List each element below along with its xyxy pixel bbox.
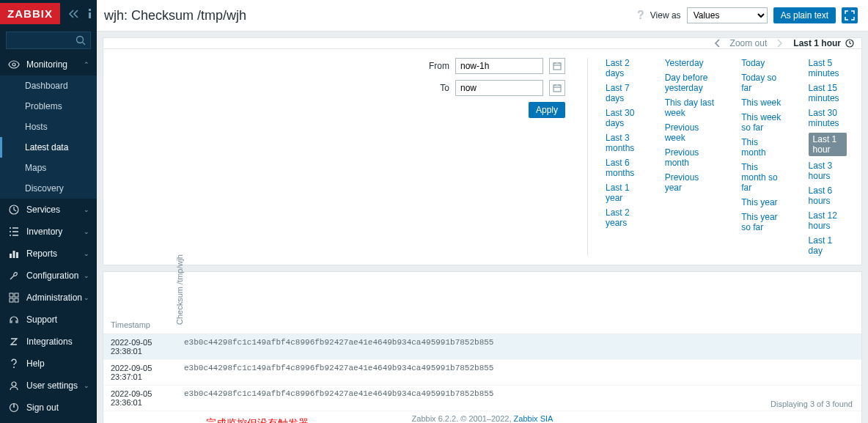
nav-help[interactable]: Help	[0, 353, 97, 375]
sidebar-item-hosts[interactable]: Hosts	[0, 117, 97, 137]
user-icon	[7, 380, 21, 391]
data-panel: Timestamp Checksum /tmp/wjh 2022-09-05 2…	[103, 271, 862, 423]
nav-monitoring[interactable]: Monitoring ⌃	[0, 54, 97, 76]
eye-icon	[7, 60, 21, 69]
plain-text-button[interactable]: As plain text	[773, 7, 836, 23]
time-preset-link[interactable]: This week	[741, 98, 783, 108]
svg-rect-18	[553, 63, 561, 70]
cell-timestamp: 2022-09-05 23:36:01	[111, 389, 184, 407]
time-preset-link[interactable]: Last 6 months	[606, 158, 640, 178]
time-preset-link[interactable]: This day last week	[665, 98, 717, 118]
time-preset-link[interactable]: Last 7 days	[606, 83, 640, 103]
help-icon[interactable]: ?	[637, 9, 644, 22]
time-preset-link[interactable]: Previous month	[665, 147, 717, 168]
time-preset-link[interactable]: Last 1 day	[809, 235, 847, 256]
time-preset-link[interactable]: Day before yesterday	[665, 73, 717, 93]
table-row[interactable]: 2022-09-05 23:37:01e3b0c44298fc1c149afbf…	[103, 360, 861, 386]
chevron-down-icon: ⌄	[84, 228, 89, 235]
nav-integrations[interactable]: Integrations	[0, 331, 97, 353]
time-range-label[interactable]: Last 1 hour	[793, 38, 854, 48]
time-nav-bar: Zoom out Last 1 hour	[103, 37, 862, 49]
sidebar-item-latest-data[interactable]: Latest data	[0, 137, 97, 158]
search-icon	[76, 35, 86, 45]
svg-rect-22	[553, 85, 561, 92]
time-preset-link[interactable]: Last 2 days	[606, 58, 640, 78]
col-header-timestamp: Timestamp	[111, 320, 184, 329]
search-input[interactable]	[6, 32, 91, 49]
svg-rect-10	[15, 293, 18, 297]
nav-user-settings[interactable]: User settings ⌄	[0, 375, 97, 397]
svg-point-13	[13, 367, 15, 368]
nav-configuration[interactable]: Configuration ⌄	[0, 265, 97, 287]
svg-point-14	[12, 382, 16, 386]
sidebar-item-dashboard[interactable]: Dashboard	[0, 76, 97, 96]
time-preset-link[interactable]: Last 3 hours	[809, 161, 847, 181]
nav-bottom: Support Integrations Help User settings …	[0, 309, 97, 423]
time-preset-link[interactable]: This year	[741, 197, 783, 207]
table-row[interactable]: 2022-09-05 23:38:01e3b0c44298fc1c149afbf…	[103, 334, 861, 360]
from-calendar-button[interactable]	[549, 58, 565, 74]
time-preset-link[interactable]: Last 2 years	[606, 207, 640, 228]
svg-rect-7	[13, 251, 15, 258]
zoom-out-button[interactable]: Zoom out	[730, 38, 768, 48]
footer-link[interactable]: Zabbix SIA	[514, 414, 553, 423]
brand-logo[interactable]: ZABBIX	[0, 3, 60, 24]
time-preset-link[interactable]: Last 15 minutes	[809, 83, 847, 103]
time-preset-link[interactable]: Last 6 hours	[809, 185, 847, 206]
nav-label: Help	[26, 358, 45, 369]
table-body: 2022-09-05 23:38:01e3b0c44298fc1c149afbf…	[103, 334, 861, 411]
footer-version: Zabbix 6.2.2. © 2001–2022, Zabbix SIA	[103, 407, 861, 423]
time-prev-button[interactable]	[714, 39, 720, 48]
svg-rect-8	[16, 252, 18, 258]
chevron-up-icon: ⌃	[84, 61, 89, 68]
time-preset-link[interactable]: Last 12 hours	[809, 210, 847, 231]
sidebar-item-maps[interactable]: Maps	[0, 158, 97, 178]
nav-label: Reports	[26, 249, 57, 259]
sidebar-item-problems[interactable]: Problems	[0, 96, 97, 117]
nav-main: Monitoring ⌃ Dashboard Problems Hosts La…	[0, 54, 97, 309]
viewas-select[interactable]: Values	[687, 7, 768, 23]
time-preset-link[interactable]: This week so far	[741, 112, 783, 133]
time-preset-link[interactable]: Last 3 months	[606, 133, 640, 153]
calendar-icon	[553, 84, 562, 92]
nav-inventory[interactable]: Inventory ⌄	[0, 221, 97, 243]
nav-reports[interactable]: Reports ⌄	[0, 243, 97, 265]
nav-support[interactable]: Support	[0, 309, 97, 331]
time-preset-link[interactable]: Last 30 minutes	[809, 108, 847, 128]
time-preset-link[interactable]: Previous week	[665, 122, 717, 143]
time-preset-link[interactable]: Yesterday	[665, 58, 717, 68]
collapse-icon[interactable]	[69, 10, 79, 18]
to-input[interactable]	[455, 80, 543, 96]
chevron-down-icon: ⌄	[84, 250, 89, 257]
time-preset-link[interactable]: Last 1 year	[606, 183, 640, 203]
time-preset-link[interactable]: Previous year	[665, 172, 717, 193]
apply-button[interactable]: Apply	[529, 102, 565, 118]
wrench-icon	[7, 271, 21, 281]
info-icon[interactable]	[87, 9, 94, 19]
time-preset-link[interactable]: This year so far	[741, 212, 783, 232]
sidebar-item-discovery[interactable]: Discovery	[0, 178, 97, 199]
time-preset-link[interactable]: Today so far	[741, 73, 783, 93]
nav-label: Inventory	[26, 227, 62, 237]
time-preset-link[interactable]: Last 5 minutes	[809, 58, 847, 78]
nav-services[interactable]: Services ⌄	[0, 199, 97, 221]
calendar-icon	[553, 62, 562, 70]
time-preset-link[interactable]: This month	[741, 137, 783, 158]
to-calendar-button[interactable]	[549, 80, 565, 96]
time-filter-panel: From To Apply Last 2 daysLast 7 daysLast…	[103, 49, 862, 265]
svg-point-4	[12, 63, 15, 66]
time-next-button[interactable]	[777, 39, 783, 48]
time-presets: Last 2 daysLast 7 daysLast 30 daysLast 3…	[587, 58, 847, 256]
preset-col-2: YesterdayDay before yesterdayThis day la…	[665, 58, 717, 256]
time-preset-link[interactable]: Last 30 days	[606, 108, 640, 128]
time-preset-link[interactable]: Today	[741, 58, 783, 68]
nav-administration[interactable]: Administration ⌄	[0, 287, 97, 309]
fullscreen-button[interactable]	[842, 7, 858, 23]
nav-label: User settings	[26, 380, 78, 391]
time-preset-link[interactable]: Last 1 hour	[809, 133, 847, 156]
nav-sign-out[interactable]: Sign out	[0, 397, 97, 419]
time-preset-link[interactable]: This month so far	[741, 162, 783, 193]
table-header: Timestamp Checksum /tmp/wjh	[103, 272, 861, 334]
svg-rect-6	[10, 254, 12, 258]
from-input[interactable]	[455, 58, 543, 74]
